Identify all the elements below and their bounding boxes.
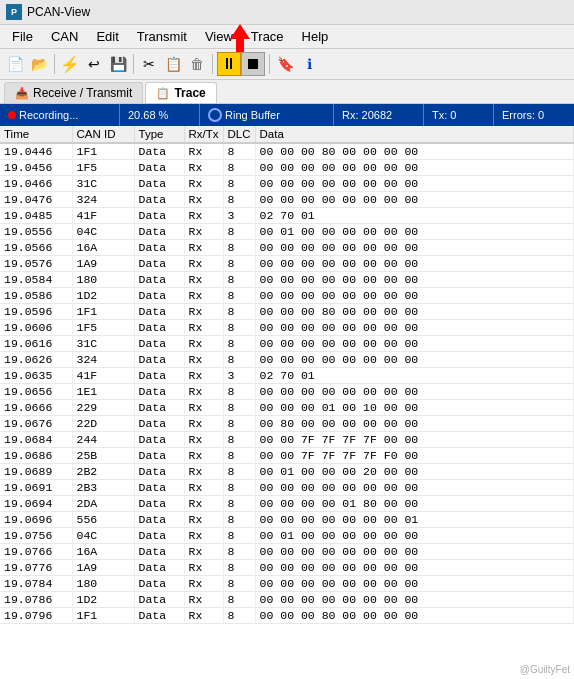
table-row[interactable]: 19.061631CDataRx800 00 00 00 00 00 00 00 — [0, 336, 574, 352]
table-row[interactable]: 19.05861D2DataRx800 00 00 00 00 00 00 00 — [0, 288, 574, 304]
header-dlc: DLC — [223, 126, 255, 143]
menu-view[interactable]: View — [197, 27, 241, 46]
table-row[interactable]: 19.05761A9DataRx800 00 00 00 00 00 00 00 — [0, 256, 574, 272]
cell-27-1: 180 — [72, 576, 134, 592]
cell-11-5: 00 00 00 00 00 00 00 00 — [255, 320, 573, 336]
table-row[interactable]: 19.06892B2DataRx800 01 00 00 00 20 00 00 — [0, 464, 574, 480]
table-row[interactable]: 19.063541FDataRx302 70 01 — [0, 368, 574, 384]
cell-15-1: 1E1 — [72, 384, 134, 400]
cell-16-1: 229 — [72, 400, 134, 416]
save-button[interactable]: 💾 — [107, 53, 129, 75]
toolbar-separator-4 — [269, 54, 270, 74]
delete-button[interactable]: 🗑 — [186, 53, 208, 75]
menu-file[interactable]: File — [4, 27, 41, 46]
table-row[interactable]: 19.0784180DataRx800 00 00 00 00 00 00 00 — [0, 576, 574, 592]
disconnect-button[interactable]: ↩ — [83, 53, 105, 75]
cell-18-5: 00 00 7F 7F 7F 7F 00 00 — [255, 432, 573, 448]
info-button[interactable]: ℹ — [298, 53, 320, 75]
menu-edit[interactable]: Edit — [88, 27, 126, 46]
cell-22-5: 00 00 00 00 01 80 00 00 — [255, 496, 573, 512]
table-row[interactable]: 19.07861D2DataRx800 00 00 00 00 00 00 00 — [0, 592, 574, 608]
menu-can[interactable]: CAN — [43, 27, 86, 46]
cell-20-2: Data — [134, 464, 184, 480]
table-row[interactable]: 19.0666229DataRx800 00 00 01 00 10 00 00 — [0, 400, 574, 416]
table-row[interactable]: 19.067622DDataRx800 80 00 00 00 00 00 00 — [0, 416, 574, 432]
table-row[interactable]: 19.0476324DataRx800 00 00 00 00 00 00 00 — [0, 192, 574, 208]
table-row[interactable]: 19.0696556DataRx800 00 00 00 00 00 00 01 — [0, 512, 574, 528]
table-row[interactable]: 19.068625BDataRx800 00 7F 7F 7F 7F F0 00 — [0, 448, 574, 464]
cell-16-2: Data — [134, 400, 184, 416]
cell-7-2: Data — [134, 256, 184, 272]
cell-2-5: 00 00 00 00 00 00 00 00 — [255, 176, 573, 192]
cell-0-0: 19.0446 — [0, 143, 72, 160]
table-row[interactable]: 19.0684244DataRx800 00 7F 7F 7F 7F 00 00 — [0, 432, 574, 448]
table-row[interactable]: 19.06942DADataRx800 00 00 00 01 80 00 00 — [0, 496, 574, 512]
table-row[interactable]: 19.046631CDataRx800 00 00 00 00 00 00 00 — [0, 176, 574, 192]
cell-5-1: 04C — [72, 224, 134, 240]
cell-8-0: 19.0584 — [0, 272, 72, 288]
table-row[interactable]: 19.07761A9DataRx800 00 00 00 00 00 00 00 — [0, 560, 574, 576]
copy-button[interactable]: 📋 — [162, 53, 184, 75]
menu-help[interactable]: Help — [294, 27, 337, 46]
open-button[interactable]: 📂 — [28, 53, 50, 75]
table-row[interactable]: 19.075604CDataRx800 01 00 00 00 00 00 00 — [0, 528, 574, 544]
status-percent: 20.68 % — [120, 104, 200, 126]
cell-28-3: Rx — [184, 592, 223, 608]
cell-22-0: 19.0694 — [0, 496, 72, 512]
trace-table: Time CAN ID Type Rx/Tx DLC Data 19.04461… — [0, 126, 574, 624]
table-row[interactable]: 19.05961F1DataRx800 00 00 80 00 00 00 00 — [0, 304, 574, 320]
menu-trace[interactable]: Trace — [243, 27, 292, 46]
table-row[interactable]: 19.04461F1DataRx800 00 00 80 00 00 00 00 — [0, 143, 574, 160]
table-row[interactable]: 19.04561F5DataRx800 00 00 00 00 00 00 00 — [0, 160, 574, 176]
cell-9-2: Data — [134, 288, 184, 304]
table-row[interactable]: 19.076616ADataRx800 00 00 00 00 00 00 00 — [0, 544, 574, 560]
tab-trace[interactable]: 📋 Trace — [145, 82, 216, 103]
cell-16-5: 00 00 00 01 00 10 00 00 — [255, 400, 573, 416]
table-row[interactable]: 19.06061F5DataRx800 00 00 00 00 00 00 00 — [0, 320, 574, 336]
trace-icon: 📋 — [156, 87, 170, 100]
cell-11-3: Rx — [184, 320, 223, 336]
cell-23-0: 19.0696 — [0, 512, 72, 528]
cell-5-5: 00 01 00 00 00 00 00 00 — [255, 224, 573, 240]
cell-7-4: 8 — [223, 256, 255, 272]
cell-1-2: Data — [134, 160, 184, 176]
cell-10-1: 1F1 — [72, 304, 134, 320]
table-row[interactable]: 19.0626324DataRx800 00 00 00 00 00 00 00 — [0, 352, 574, 368]
cell-25-2: Data — [134, 544, 184, 560]
cell-18-4: 8 — [223, 432, 255, 448]
cell-13-3: Rx — [184, 352, 223, 368]
cell-6-5: 00 00 00 00 00 00 00 00 — [255, 240, 573, 256]
pause-button[interactable]: ⏸ — [217, 52, 241, 76]
cell-14-4: 3 — [223, 368, 255, 384]
table-row[interactable]: 19.0584180DataRx800 00 00 00 00 00 00 00 — [0, 272, 574, 288]
cell-0-1: 1F1 — [72, 143, 134, 160]
cell-6-4: 8 — [223, 240, 255, 256]
cell-10-4: 8 — [223, 304, 255, 320]
tab-receive-transmit[interactable]: 📥 Receive / Transmit — [4, 82, 143, 103]
new-button[interactable]: 📄 — [4, 53, 26, 75]
cell-13-4: 8 — [223, 352, 255, 368]
cell-6-1: 16A — [72, 240, 134, 256]
menu-transmit[interactable]: Transmit — [129, 27, 195, 46]
cell-26-4: 8 — [223, 560, 255, 576]
cell-17-4: 8 — [223, 416, 255, 432]
cell-4-4: 3 — [223, 208, 255, 224]
bookmarks-button[interactable]: 🔖 — [274, 53, 296, 75]
table-row[interactable]: 19.06912B3DataRx800 00 00 00 00 00 00 00 — [0, 480, 574, 496]
watermark: @GuiltyFet — [520, 664, 570, 675]
cell-12-3: Rx — [184, 336, 223, 352]
cell-25-3: Rx — [184, 544, 223, 560]
table-row[interactable]: 19.07961F1DataRx800 00 00 80 00 00 00 00 — [0, 608, 574, 624]
table-row[interactable]: 19.048541FDataRx302 70 01 — [0, 208, 574, 224]
cell-6-3: Rx — [184, 240, 223, 256]
connect-button[interactable]: ⚡ — [59, 53, 81, 75]
cut-button[interactable]: ✂ — [138, 53, 160, 75]
cell-29-1: 1F1 — [72, 608, 134, 624]
table-row[interactable]: 19.055604CDataRx800 01 00 00 00 00 00 00 — [0, 224, 574, 240]
cell-13-1: 324 — [72, 352, 134, 368]
cell-25-0: 19.0766 — [0, 544, 72, 560]
table-row[interactable]: 19.06561E1DataRx800 00 00 00 00 00 00 00 — [0, 384, 574, 400]
stop-button[interactable]: ⏹ — [241, 52, 265, 76]
table-row[interactable]: 19.056616ADataRx800 00 00 00 00 00 00 00 — [0, 240, 574, 256]
cell-11-1: 1F5 — [72, 320, 134, 336]
